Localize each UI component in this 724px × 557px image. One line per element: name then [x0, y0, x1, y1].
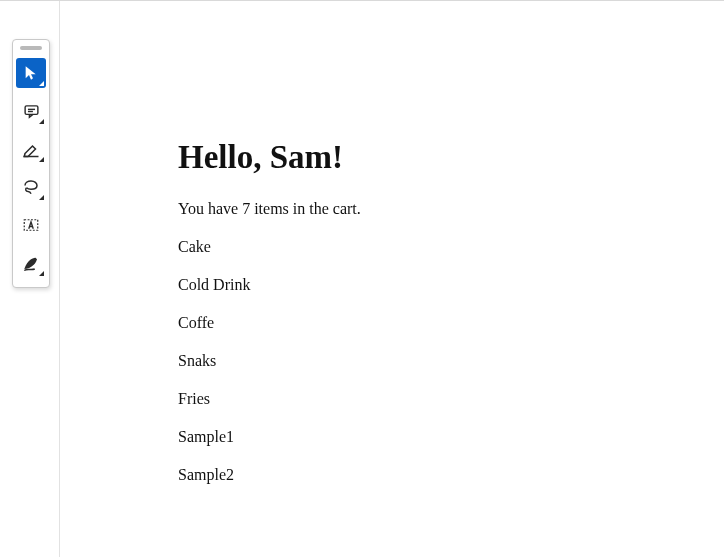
comment-tool[interactable]: [16, 96, 46, 126]
marker-icon: [22, 140, 40, 158]
app-viewport: Hello, Sam! You have 7 items in the cart…: [0, 0, 724, 557]
list-item: Fries: [178, 390, 361, 408]
list-item: Cake: [178, 238, 361, 256]
text-box-tool[interactable]: [16, 210, 46, 240]
page-heading: Hello, Sam!: [178, 139, 361, 176]
list-item: Sample2: [178, 466, 361, 484]
pen-icon: [22, 254, 40, 272]
comment-icon: [23, 103, 40, 120]
annotation-toolbox: [12, 39, 50, 288]
textbox-icon: [22, 216, 40, 234]
submenu-indicator-icon: [39, 195, 44, 200]
list-item: Coffe: [178, 314, 361, 332]
list-item: Cold Drink: [178, 276, 361, 294]
toolbox-drag-handle[interactable]: [20, 46, 42, 50]
signature-tool[interactable]: [16, 248, 46, 278]
list-item: Snaks: [178, 352, 361, 370]
select-tool[interactable]: [16, 58, 46, 88]
submenu-indicator-icon: [39, 119, 44, 124]
panel-divider: [59, 1, 60, 557]
submenu-indicator-icon: [39, 81, 44, 86]
lasso-icon: [22, 178, 40, 196]
document-content: Hello, Sam! You have 7 items in the cart…: [178, 139, 361, 504]
submenu-indicator-icon: [39, 271, 44, 276]
submenu-indicator-icon: [39, 157, 44, 162]
freeform-tool[interactable]: [16, 172, 46, 202]
svg-rect-0: [25, 105, 38, 114]
cursor-icon: [23, 65, 39, 81]
cart-summary-text: You have 7 items in the cart.: [178, 200, 361, 218]
list-item: Sample1: [178, 428, 361, 446]
highlight-tool[interactable]: [16, 134, 46, 164]
